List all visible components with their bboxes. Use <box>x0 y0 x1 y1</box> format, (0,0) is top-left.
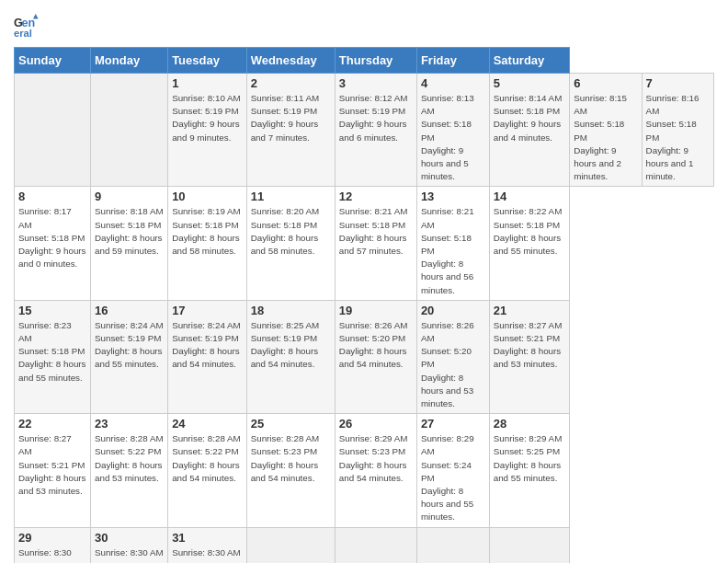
calendar-weekday-header: Monday <box>91 48 168 74</box>
day-number: 30 <box>95 531 164 545</box>
day-number: 4 <box>421 76 485 90</box>
day-number: 29 <box>18 531 86 545</box>
day-info: Sunrise: 8:23 AMSunset: 5:18 PMDaylight:… <box>18 320 86 383</box>
day-number: 26 <box>339 417 413 431</box>
calendar-week-row: 22Sunrise: 8:27 AMSunset: 5:21 PMDayligh… <box>15 414 714 527</box>
calendar-day-cell: 30Sunrise: 8:30 AMSunset: 5:26 PMDayligh… <box>91 527 168 563</box>
day-info: Sunrise: 8:20 AMSunset: 5:18 PMDaylight:… <box>251 206 320 256</box>
calendar-weekday-header: Thursday <box>335 48 416 74</box>
day-info: Sunrise: 8:29 AMSunset: 5:24 PMDaylight:… <box>421 433 474 522</box>
calendar-day-cell: 7Sunrise: 8:16 AMSunset: 5:18 PMDaylight… <box>642 74 713 187</box>
calendar-weekday-header: Friday <box>416 48 489 74</box>
day-number: 23 <box>95 417 164 431</box>
svg-text:eral: eral <box>14 28 32 39</box>
day-number: 19 <box>339 304 413 317</box>
day-info: Sunrise: 8:28 AMSunset: 5:23 PMDaylight:… <box>251 433 320 483</box>
calendar-day-cell: 8Sunrise: 8:17 AMSunset: 5:18 PMDaylight… <box>15 187 91 300</box>
day-info: Sunrise: 8:24 AMSunset: 5:19 PMDaylight:… <box>95 320 164 370</box>
calendar-day-cell <box>246 527 335 563</box>
day-number: 12 <box>339 190 413 203</box>
calendar-day-cell <box>416 527 489 563</box>
calendar-week-row: 1Sunrise: 8:10 AMSunset: 5:19 PMDaylight… <box>15 74 714 187</box>
calendar-table: SundayMondayTuesdayWednesdayThursdayFrid… <box>14 47 714 563</box>
calendar-day-cell: 31Sunrise: 8:30 AMSunset: 5:27 PMDayligh… <box>168 527 247 563</box>
calendar-day-cell: 6Sunrise: 8:15 AMSunset: 5:18 PMDaylight… <box>570 74 642 187</box>
calendar-day-cell: 12Sunrise: 8:21 AMSunset: 5:18 PMDayligh… <box>335 187 416 300</box>
day-info: Sunrise: 8:28 AMSunset: 5:22 PMDaylight:… <box>172 433 241 483</box>
calendar-day-cell: 23Sunrise: 8:28 AMSunset: 5:22 PMDayligh… <box>91 414 168 527</box>
calendar-day-cell: 25Sunrise: 8:28 AMSunset: 5:23 PMDayligh… <box>246 414 335 527</box>
day-number: 8 <box>18 190 86 203</box>
calendar-weekday-header: Saturday <box>489 48 570 74</box>
day-info: Sunrise: 8:11 AMSunset: 5:19 PMDaylight:… <box>251 93 320 143</box>
calendar-day-cell: 22Sunrise: 8:27 AMSunset: 5:21 PMDayligh… <box>15 414 91 527</box>
empty-cell <box>91 74 168 187</box>
day-number: 18 <box>251 304 331 317</box>
calendar-day-cell: 19Sunrise: 8:26 AMSunset: 5:20 PMDayligh… <box>335 300 416 413</box>
day-info: Sunrise: 8:15 AMSunset: 5:18 PMDaylight:… <box>574 93 627 181</box>
calendar-header-row: SundayMondayTuesdayWednesdayThursdayFrid… <box>15 48 714 74</box>
day-info: Sunrise: 8:14 AMSunset: 5:18 PMDaylight:… <box>494 93 563 143</box>
day-number: 22 <box>18 417 86 431</box>
day-number: 14 <box>494 190 566 203</box>
day-info: Sunrise: 8:21 AMSunset: 5:18 PMDaylight:… <box>421 206 474 294</box>
calendar-day-cell <box>489 527 570 563</box>
calendar-day-cell: 29Sunrise: 8:30 AMSunset: 5:26 PMDayligh… <box>15 527 91 563</box>
day-number: 5 <box>494 76 566 90</box>
day-info: Sunrise: 8:30 AMSunset: 5:26 PMDaylight:… <box>18 547 86 563</box>
calendar-day-cell: 10Sunrise: 8:19 AMSunset: 5:18 PMDayligh… <box>168 187 247 300</box>
day-number: 7 <box>646 76 710 90</box>
calendar-weekday-header: Tuesday <box>168 48 247 74</box>
calendar-day-cell: 13Sunrise: 8:21 AMSunset: 5:18 PMDayligh… <box>416 187 489 300</box>
calendar-day-cell: 27Sunrise: 8:29 AMSunset: 5:24 PMDayligh… <box>416 414 489 527</box>
day-info: Sunrise: 8:26 AMSunset: 5:20 PMDaylight:… <box>339 320 408 370</box>
day-number: 17 <box>172 304 243 317</box>
logo: G en eral <box>14 14 42 40</box>
day-number: 28 <box>494 417 566 431</box>
day-info: Sunrise: 8:17 AMSunset: 5:18 PMDaylight:… <box>18 206 86 269</box>
calendar-day-cell: 21Sunrise: 8:27 AMSunset: 5:21 PMDayligh… <box>489 300 570 413</box>
day-number: 1 <box>172 76 243 90</box>
day-number: 13 <box>421 190 485 203</box>
day-info: Sunrise: 8:18 AMSunset: 5:18 PMDaylight:… <box>95 206 164 256</box>
calendar-week-row: 29Sunrise: 8:30 AMSunset: 5:26 PMDayligh… <box>15 527 714 563</box>
day-info: Sunrise: 8:10 AMSunset: 5:19 PMDaylight:… <box>172 93 241 143</box>
day-number: 24 <box>172 417 243 431</box>
day-info: Sunrise: 8:28 AMSunset: 5:22 PMDaylight:… <box>95 433 164 483</box>
calendar-day-cell: 26Sunrise: 8:29 AMSunset: 5:23 PMDayligh… <box>335 414 416 527</box>
day-info: Sunrise: 8:26 AMSunset: 5:20 PMDaylight:… <box>421 320 474 408</box>
day-number: 27 <box>421 417 485 431</box>
calendar-day-cell: 16Sunrise: 8:24 AMSunset: 5:19 PMDayligh… <box>91 300 168 413</box>
day-info: Sunrise: 8:29 AMSunset: 5:23 PMDaylight:… <box>339 433 408 483</box>
calendar-day-cell: 24Sunrise: 8:28 AMSunset: 5:22 PMDayligh… <box>168 414 247 527</box>
page-container: G en eral SundayMondayTuesdayWednesdayTh… <box>0 0 728 563</box>
calendar-day-cell: 4Sunrise: 8:13 AMSunset: 5:18 PMDaylight… <box>416 74 489 187</box>
calendar-day-cell: 14Sunrise: 8:22 AMSunset: 5:18 PMDayligh… <box>489 187 570 300</box>
day-info: Sunrise: 8:13 AMSunset: 5:18 PMDaylight:… <box>421 93 474 181</box>
day-info: Sunrise: 8:21 AMSunset: 5:18 PMDaylight:… <box>339 206 408 256</box>
day-info: Sunrise: 8:24 AMSunset: 5:19 PMDaylight:… <box>172 320 241 370</box>
day-info: Sunrise: 8:25 AMSunset: 5:19 PMDaylight:… <box>251 320 320 370</box>
calendar-day-cell <box>335 527 416 563</box>
calendar-body: 1Sunrise: 8:10 AMSunset: 5:19 PMDaylight… <box>15 74 714 564</box>
day-number: 2 <box>251 76 331 90</box>
calendar-week-row: 15Sunrise: 8:23 AMSunset: 5:18 PMDayligh… <box>15 300 714 413</box>
calendar-week-row: 8Sunrise: 8:17 AMSunset: 5:18 PMDaylight… <box>15 187 714 300</box>
day-number: 21 <box>494 304 566 317</box>
day-number: 6 <box>574 76 637 90</box>
day-number: 20 <box>421 304 485 317</box>
calendar-weekday-header: Wednesday <box>246 48 335 74</box>
calendar-day-cell: 11Sunrise: 8:20 AMSunset: 5:18 PMDayligh… <box>246 187 335 300</box>
day-info: Sunrise: 8:29 AMSunset: 5:25 PMDaylight:… <box>494 433 563 483</box>
calendar-day-cell: 1Sunrise: 8:10 AMSunset: 5:19 PMDaylight… <box>168 74 247 187</box>
day-number: 10 <box>172 190 243 203</box>
calendar-day-cell: 9Sunrise: 8:18 AMSunset: 5:18 PMDaylight… <box>91 187 168 300</box>
calendar-day-cell: 20Sunrise: 8:26 AMSunset: 5:20 PMDayligh… <box>416 300 489 413</box>
day-info: Sunrise: 8:16 AMSunset: 5:18 PMDaylight:… <box>646 93 700 181</box>
day-info: Sunrise: 8:22 AMSunset: 5:18 PMDaylight:… <box>494 206 563 256</box>
calendar-day-cell: 18Sunrise: 8:25 AMSunset: 5:19 PMDayligh… <box>246 300 335 413</box>
calendar-day-cell: 28Sunrise: 8:29 AMSunset: 5:25 PMDayligh… <box>489 414 570 527</box>
calendar-day-cell: 17Sunrise: 8:24 AMSunset: 5:19 PMDayligh… <box>168 300 247 413</box>
day-number: 16 <box>95 304 164 317</box>
day-info: Sunrise: 8:19 AMSunset: 5:18 PMDaylight:… <box>172 206 241 256</box>
